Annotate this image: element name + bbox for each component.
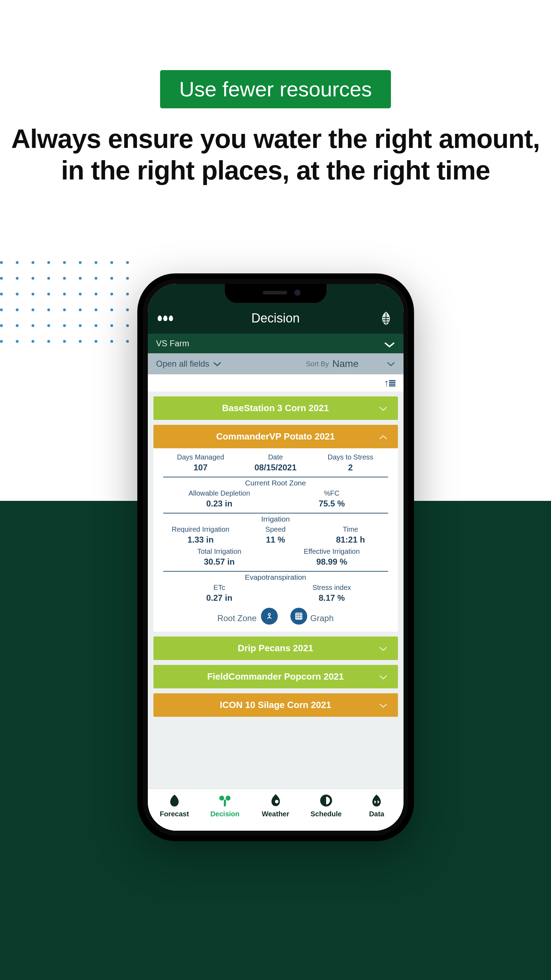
graph-icon: [291, 608, 307, 625]
tab-weather[interactable]: Weather: [250, 793, 300, 818]
tab-bar: Forecast Decision Weather: [148, 789, 403, 831]
chevron-down-icon: [379, 671, 387, 682]
phone-screen: Decision VS Farm Open all fields Sort By…: [143, 279, 408, 835]
farm-name: VS Farm: [156, 339, 189, 348]
fc-value: 75.5 %: [276, 499, 388, 509]
field-name: BaseStation 3 Corn 2021: [222, 403, 329, 414]
farm-select-row[interactable]: VS Farm: [148, 334, 403, 353]
days-to-stress-value: 2: [313, 463, 388, 473]
fc-label: %FC: [276, 489, 388, 497]
etc-label: ETc: [163, 584, 276, 592]
promo-section: Use fewer resources Always ensure you wa…: [0, 0, 551, 186]
chevron-down-icon: [379, 700, 387, 711]
stress-index-label: Stress index: [276, 584, 388, 592]
sort-row: Open all fields Sort By Name: [148, 353, 403, 374]
decorative-dots: [0, 261, 140, 454]
title-bar: Decision: [148, 310, 403, 334]
schedule-icon: [319, 793, 333, 808]
allowable-depletion-value: 0.23 in: [163, 499, 276, 509]
time-value: 81:21 h: [313, 535, 388, 545]
field-name: ICON 10 Silage Corn 2021: [220, 700, 331, 711]
etc-value: 0.27 in: [163, 593, 276, 603]
chevron-down-icon: [379, 643, 387, 654]
date-label: Date: [238, 453, 313, 461]
svg-point-5: [275, 800, 278, 803]
stress-index-value: 8.17 %: [276, 593, 388, 603]
tab-data[interactable]: Data: [351, 793, 402, 818]
chevron-down-icon: [213, 359, 221, 369]
total-irrigation-value: 30.57 in: [163, 557, 276, 567]
tab-label: Schedule: [310, 810, 341, 818]
effective-irrigation-label: Effective Irrigation: [276, 547, 388, 555]
open-all-label: Open all fields: [156, 359, 210, 369]
sort-direction-button[interactable]: ↑≣: [148, 374, 403, 391]
field-row[interactable]: Drip Pecans 2021: [153, 636, 398, 660]
field-name: FieldCommander Popcorn 2021: [207, 671, 344, 682]
field-row[interactable]: BaseStation 3 Corn 2021: [153, 396, 398, 420]
menu-drops-icon[interactable]: [158, 310, 173, 326]
required-irrigation-value: 1.33 in: [163, 535, 238, 545]
sort-by-value[interactable]: Name: [332, 358, 359, 369]
svg-rect-4: [224, 800, 226, 807]
svg-point-3: [225, 795, 230, 800]
chevron-down-icon: [384, 340, 395, 347]
data-icon: [369, 793, 384, 808]
days-to-stress-label: Days to Stress: [313, 453, 388, 461]
svg-point-0: [268, 613, 270, 616]
fields-list: BaseStation 3 Corn 2021 CommanderVP Pota…: [148, 391, 403, 789]
root-zone-link[interactable]: Root Zone: [217, 608, 278, 625]
root-zone-link-label: Root Zone: [217, 613, 256, 623]
svg-point-2: [219, 795, 224, 800]
tab-label: Weather: [262, 810, 289, 818]
tab-label: Data: [369, 810, 384, 818]
tab-forecast[interactable]: Forecast: [149, 793, 200, 818]
root-zone-section-title: Current Root Zone: [163, 479, 388, 487]
root-zone-icon: [261, 608, 278, 625]
app-root: Decision VS Farm Open all fields Sort By…: [148, 284, 403, 831]
page-title: Decision: [251, 311, 300, 326]
speed-value: 11 %: [238, 535, 313, 545]
required-irrigation-label: Required Irrigation: [163, 525, 238, 533]
days-managed-value: 107: [163, 463, 238, 473]
allowable-depletion-label: Allowable Depletion: [163, 489, 276, 497]
field-name: CommanderVP Potato 2021: [216, 431, 335, 442]
promo-headline: Always ensure you water the right amount…: [0, 123, 551, 186]
open-all-fields-button[interactable]: Open all fields: [156, 359, 221, 369]
chevron-up-icon: [379, 431, 387, 442]
phone-notch: [225, 284, 327, 303]
chevron-down-icon[interactable]: [387, 359, 395, 369]
weather-icon: [268, 793, 283, 808]
field-detail-panel: Days Managed 107 Date 08/15/2021 Days to…: [153, 448, 398, 632]
et-section-title: Evapotranspiration: [163, 573, 388, 581]
total-irrigation-label: Total Irrigation: [163, 547, 276, 555]
field-row[interactable]: ICON 10 Silage Corn 2021: [153, 693, 398, 717]
decision-icon: [218, 793, 232, 808]
graph-link-label: Graph: [310, 613, 334, 623]
graph-link[interactable]: Graph: [288, 608, 333, 625]
chevron-down-icon: [379, 403, 387, 414]
promo-badge: Use fewer resources: [160, 70, 391, 108]
time-label: Time: [313, 525, 388, 533]
phone-frame: Decision VS Farm Open all fields Sort By…: [137, 274, 414, 841]
field-name: Drip Pecans 2021: [238, 643, 313, 654]
effective-irrigation-value: 98.99 %: [276, 557, 388, 567]
field-row[interactable]: FieldCommander Popcorn 2021: [153, 665, 398, 688]
tab-label: Forecast: [160, 810, 189, 818]
irrigation-section-title: Irrigation: [163, 515, 388, 523]
field-row[interactable]: CommanderVP Potato 2021: [153, 425, 398, 448]
brand-corn-icon[interactable]: [378, 310, 394, 326]
tab-schedule[interactable]: Schedule: [301, 793, 351, 818]
speed-label: Speed: [238, 525, 313, 533]
tab-label: Decision: [210, 810, 239, 818]
forecast-icon: [167, 793, 182, 808]
tab-decision[interactable]: Decision: [200, 793, 250, 818]
sort-by-label: Sort By: [306, 360, 329, 368]
days-managed-label: Days Managed: [163, 453, 238, 461]
date-value: 08/15/2021: [238, 463, 313, 473]
